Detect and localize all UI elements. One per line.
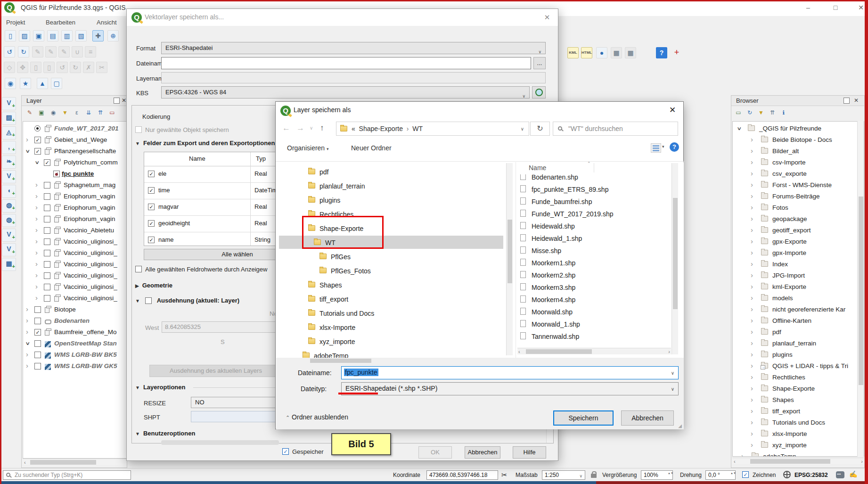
chevron-down-icon[interactable]: ∨ <box>521 126 524 131</box>
cut-features[interactable]: ✂ <box>96 62 107 73</box>
chevron-right-icon[interactable]: › <box>741 451 744 457</box>
layer-checkbox[interactable] <box>44 216 50 222</box>
chevron-right-icon[interactable]: › <box>751 247 753 258</box>
browser-tree-vscrollbar[interactable] <box>857 121 864 457</box>
new-folder-button[interactable]: Neuer Ordner <box>351 144 392 152</box>
chevron-right-icon[interactable]: › <box>751 338 753 348</box>
browser-tree-item[interactable]: ›Fotos <box>733 203 864 213</box>
log-messages-icon[interactable]: ✍ <box>849 470 857 478</box>
extent-icon[interactable]: ✂ <box>501 471 508 479</box>
browser-tree-item[interactable]: ›geotiff_export <box>733 225 864 236</box>
chevron-right-icon[interactable]: › <box>751 349 753 360</box>
add-wcs-layer[interactable]: ◍+ <box>2 214 16 227</box>
file-list-vscrollbar[interactable] <box>671 163 678 354</box>
folder-tree-item[interactable]: PflGes_Fotos <box>276 266 505 276</box>
filetype-combobox[interactable]: ESRI-Shapedatei (*.shp *.SHP) ∨ <box>341 382 679 395</box>
layer-tree-item[interactable]: ›Vaccinio_uliginosi_ <box>23 259 126 270</box>
layer-checkbox[interactable] <box>34 318 41 324</box>
layer-radio[interactable] <box>34 125 41 131</box>
chevron-right-icon[interactable]: › <box>751 146 753 156</box>
chevron-right-icon[interactable]: › <box>751 134 753 145</box>
folder-tree-hscrollbar[interactable] <box>279 358 505 364</box>
breadcrumb-shape-exporte[interactable]: Shape-Exporte <box>359 125 403 132</box>
filter-browser[interactable]: ▼ <box>757 109 765 117</box>
move-feature[interactable]: ✥ <box>17 62 28 73</box>
minimize-button[interactable]: – <box>798 1 818 14</box>
layer-tree-item[interactable]: ›✓Gebiet_und_Wege <box>23 135 126 145</box>
chevron-right-icon[interactable]: › <box>751 180 753 190</box>
open-layer-styling[interactable]: ✎ <box>25 109 34 117</box>
organize-button[interactable]: Organisieren ▾ <box>287 144 329 152</box>
field-checkbox[interactable]: ✓ <box>148 187 155 194</box>
raster-table-icon[interactable]: ▦ <box>611 47 622 58</box>
breadcrumb-wt[interactable]: WT <box>412 125 423 132</box>
properties-info[interactable]: ℹ <box>779 109 788 117</box>
chevron-right-icon[interactable]: › <box>26 361 28 371</box>
layer-checkbox[interactable] <box>44 182 50 189</box>
browser-tree-item[interactable]: ›csv-Importe <box>733 157 864 168</box>
browser-tree-item[interactable]: ›csv_exporte <box>733 169 864 179</box>
layer-checkbox[interactable] <box>34 306 41 313</box>
crs-combobox[interactable]: EPSG:4326 - WGS 84∨ <box>161 86 530 98</box>
browser-tree-hscrollbar[interactable]: ‹ › <box>732 458 864 464</box>
identify-features[interactable]: ◉ <box>5 78 16 89</box>
maximize-button[interactable]: □ <box>826 1 845 14</box>
chevron-right-icon[interactable]: › <box>35 270 38 280</box>
layer-options-section-header[interactable]: ▼Layeroptionen <box>135 384 185 391</box>
add-delimited-text-layer[interactable]: ,+ <box>2 141 16 154</box>
coordinate-input[interactable]: 473669.08,5397466.18 <box>426 470 498 480</box>
layer-checkbox[interactable] <box>44 238 50 245</box>
layer-tree-item[interactable]: ›Eriophorum_vagin <box>23 203 126 213</box>
layer-checkbox[interactable] <box>34 363 41 369</box>
collapse-all[interactable]: ⇈ <box>768 109 777 117</box>
chevron-right-icon[interactable]: › <box>35 236 38 246</box>
zoom-next[interactable]: ↻ <box>18 46 29 57</box>
back-icon[interactable]: ← <box>282 123 290 133</box>
add-spatialite-layer[interactable]: V+ <box>2 170 16 183</box>
layer-tree-item[interactable]: ›Vaccinio_uliginosi_ <box>23 293 126 304</box>
chevron-right-icon[interactable]: › <box>35 191 38 201</box>
chevron-right-icon[interactable]: › <box>35 180 38 190</box>
layer-tree-item[interactable]: Funde_WT_2017_201 <box>23 123 126 134</box>
close-icon[interactable]: ✕ <box>540 12 554 23</box>
expand-all[interactable]: ⇊ <box>84 109 93 117</box>
chevron-right-icon[interactable]: › <box>26 327 28 337</box>
add-mesh-layer[interactable]: ◬+ <box>2 126 16 139</box>
menu-projekt[interactable]: Projekt <box>3 17 28 27</box>
file-list-item[interactable]: Moorkern4.shp <box>517 294 671 305</box>
folder-tree-item[interactable]: PflGes <box>276 252 505 262</box>
file-list-item[interactable]: Moorwald.shp <box>517 306 671 318</box>
float-panel-icon[interactable] <box>843 98 850 104</box>
layer-tree-item[interactable]: ›WMS LGRB-BW BK5 <box>23 350 126 360</box>
add-vector-layer[interactable]: V+ <box>2 97 16 110</box>
chevron-right-icon[interactable]: › <box>751 202 753 213</box>
digitize-with-segment[interactable]: ✎ <box>58 46 70 57</box>
add-saved-file-checkbox[interactable]: ✓ <box>282 448 289 455</box>
chevron-right-icon[interactable]: › <box>35 202 38 213</box>
rotation-spinbox[interactable]: 0,0 ° <box>705 470 736 480</box>
html-export-icon[interactable]: HTML <box>581 47 592 58</box>
extent-checkbox[interactable] <box>145 297 152 304</box>
layer-tree-item[interactable]: ›Vaccinio_uliginosi_ <box>23 282 126 292</box>
chevron-right-icon[interactable]: › <box>751 394 753 405</box>
folder-tree-item[interactable]: Tutorials und Docs <box>276 308 505 319</box>
layer-tree-item[interactable]: ›Vaccinio_uliginosi_ <box>23 248 126 258</box>
crosshair-icon[interactable]: + <box>671 47 682 58</box>
chevron-right-icon[interactable]: › <box>35 213 38 224</box>
file-list-item[interactable]: Moorwald_1.shp <box>517 319 671 330</box>
file-list-item[interactable]: Funde_WT_2017_2019.shp <box>517 208 671 220</box>
folder-tree-item[interactable]: pdf <box>276 167 505 177</box>
float-panel-icon[interactable] <box>114 98 120 104</box>
layer-checkbox[interactable] <box>44 205 50 211</box>
chevron-right-icon[interactable]: › <box>35 281 38 292</box>
render-checkbox[interactable]: ✓ <box>742 471 749 478</box>
file-list-item[interactable]: Heidewald_1.shp <box>517 233 671 244</box>
column-header-name[interactable]: Name <box>189 155 205 162</box>
chevron-right-icon[interactable]: › <box>751 281 753 292</box>
file-list-item[interactable]: Moorkern1.shp <box>517 257 671 269</box>
folder-tree-item[interactable]: plugins <box>276 195 505 205</box>
folder-tree-item[interactable]: tiff_export <box>276 294 505 304</box>
layer-checkbox[interactable] <box>34 340 41 347</box>
browser-tree-item[interactable]: ›Index <box>733 259 864 270</box>
chevron-down-icon[interactable]: ∨ <box>25 146 30 156</box>
